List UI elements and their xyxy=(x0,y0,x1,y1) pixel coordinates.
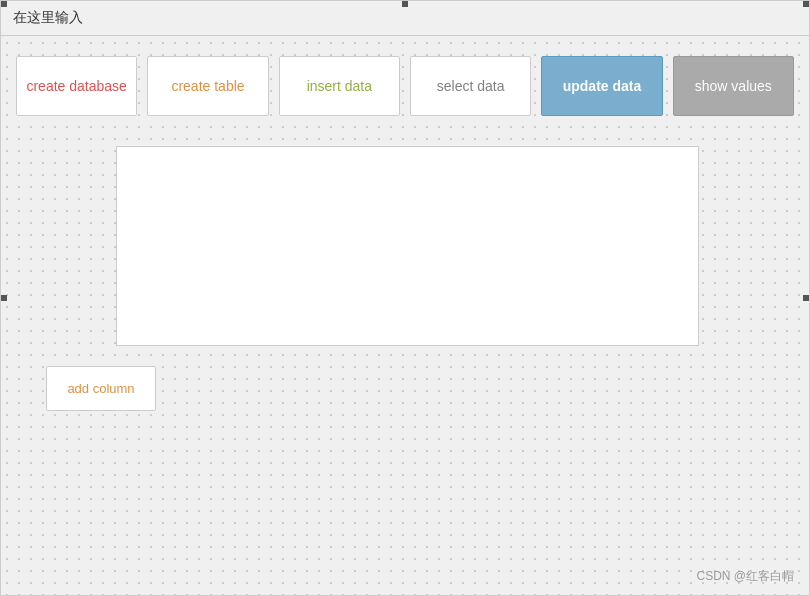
main-container: 在这里输入 create database create table inser… xyxy=(0,0,810,596)
show-values-button[interactable]: show values xyxy=(673,56,794,116)
corner-dot-tl xyxy=(1,1,7,7)
select-data-button[interactable]: select data xyxy=(410,56,531,116)
create-table-button[interactable]: create table xyxy=(147,56,268,116)
corner-dot-tr xyxy=(803,1,809,7)
table-container xyxy=(116,146,699,346)
content-area: create database create table insert data… xyxy=(1,36,809,431)
edge-dot-top xyxy=(402,1,408,7)
create-database-button[interactable]: create database xyxy=(16,56,137,116)
add-column-button[interactable]: add column xyxy=(46,366,156,411)
watermark: CSDN @红客白帽 xyxy=(696,568,794,585)
insert-data-button[interactable]: insert data xyxy=(279,56,400,116)
button-row: create database create table insert data… xyxy=(16,56,794,116)
update-data-button[interactable]: update data xyxy=(541,56,662,116)
title-text: 在这里输入 xyxy=(13,9,83,25)
